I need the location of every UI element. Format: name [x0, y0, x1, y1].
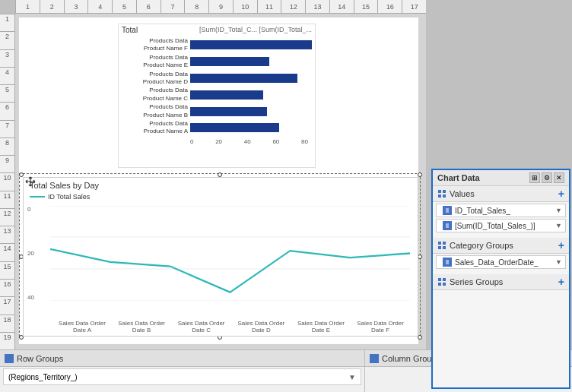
values-field-1-icon: [443, 206, 452, 215]
line-chart[interactable]: Total Sales by Day ID Total Sales 40 20 …: [23, 177, 418, 337]
svg-rect-4: [438, 190, 441, 193]
ruler-left-mark-12: 12: [0, 208, 14, 226]
legend-label: ID Total Sales: [48, 193, 90, 201]
row-groups-label: Row Groups: [17, 354, 63, 363]
x-label-c: Sales Data Order Date C: [171, 320, 231, 334]
report-area[interactable]: Total [Sum(ID_Total_C... [Sum(ID_Total_.…: [19, 17, 418, 344]
ruler-left-mark-1: 1: [0, 14, 14, 31]
close-icon[interactable]: ✕: [554, 172, 564, 183]
values-field-1-dropdown[interactable]: ▼: [555, 207, 562, 214]
values-section-header: Values +: [433, 186, 569, 202]
svg-rect-30: [370, 355, 378, 358]
bar-row-e: Products Data Product Name E: [122, 54, 312, 70]
ruler-mark-2: 2: [40, 0, 64, 14]
bar-fill-d: [190, 74, 297, 83]
ruler-top-inner: 1 2 3 4 5 6 7 8 9 10 11 12 13 14 15 16 1…: [15, 0, 426, 14]
ruler-left-mark-6: 6: [0, 102, 14, 119]
bar-label-d: Products Data Product Name D: [122, 71, 190, 87]
ruler-mark-11: 11: [257, 0, 281, 14]
ruler-left-mark-18: 18: [0, 315, 14, 332]
ruler-left-mark-15: 15: [0, 261, 14, 279]
move-cursor[interactable]: [24, 175, 37, 188]
svg-rect-31: [370, 359, 378, 362]
bar-chart-title-left: Total: [122, 26, 138, 34]
line-chart-svg: [50, 206, 410, 301]
panel-title: Chart Data: [437, 173, 480, 182]
legend-line-color: [30, 196, 45, 198]
bar-label-c: Products Data Product Name C: [122, 87, 190, 103]
category-groups-field-1-text: Sales_Data_OrderDate_: [455, 258, 555, 267]
series-groups-add-button[interactable]: +: [558, 277, 564, 287]
values-field-2-dropdown[interactable]: ▼: [555, 222, 562, 229]
svg-rect-18: [438, 246, 441, 249]
x-axis-labels: Sales Data Order Date A Sales Data Order…: [24, 320, 418, 334]
svg-rect-7: [443, 194, 446, 198]
ruler-mark-4: 4: [87, 0, 112, 14]
ruler-mark-3: 3: [64, 0, 88, 14]
bar-fill-b: [190, 107, 267, 116]
x-label-a: Sales Data Order Date A: [52, 320, 112, 334]
grid-icon[interactable]: ⊞: [529, 172, 540, 183]
ruler-mark-9: 9: [208, 0, 233, 14]
bar-row-b: Products Data Product Name B: [122, 103, 312, 119]
values-field-1-text: ID_Total_Sales_: [455, 207, 555, 215]
x-label-e: Sales Data Order Date E: [291, 320, 351, 334]
bar-container-d: [190, 72, 312, 84]
x-label-b: Sales Data Order Date B: [112, 320, 171, 334]
category-groups-section-header: Category Groups +: [433, 238, 569, 254]
svg-rect-25: [443, 278, 446, 281]
bar-container-e: [190, 55, 312, 68]
ruler-left-mark-5: 5: [0, 84, 14, 102]
bar-row-a: Products Data Product Name A: [122, 120, 312, 136]
bar-row-c: Products Data Product Name C: [122, 87, 312, 103]
row-groups-label-bar: Row Groups: [0, 350, 364, 367]
ruler-left-mark-13: 13: [0, 226, 14, 243]
ruler-left-mark-2: 2: [0, 31, 14, 49]
row-groups-field-dropdown[interactable]: ▼: [348, 373, 356, 381]
svg-rect-29: [10, 355, 13, 362]
ruler-left-mark-3: 3: [0, 49, 14, 67]
ruler-left-mark-10: 10: [0, 172, 14, 190]
ruler-left: 1 2 3 4 5 6 7 8 9 10 11 12 13 14 15 16 1…: [0, 14, 15, 349]
bar-label-f: Products Data Product Name F: [122, 37, 190, 53]
series-groups-section-header: Series Groups +: [433, 274, 569, 290]
ruler-mark-8: 8: [184, 0, 208, 14]
category-groups-field-1[interactable]: Sales_Data_OrderDate_ ▼: [436, 255, 566, 269]
svg-rect-19: [443, 246, 446, 249]
column-groups-icon: [370, 354, 379, 363]
settings-icon[interactable]: ⚙: [542, 172, 552, 183]
values-field-1[interactable]: ID_Total_Sales_ ▼: [436, 204, 566, 217]
values-add-button[interactable]: +: [558, 188, 564, 199]
series-groups-section-title: Series Groups: [450, 277, 558, 286]
bar-chart[interactable]: Total [Sum(ID_Total_C... [Sum(ID_Total_.…: [118, 24, 316, 168]
category-groups-field-1-dropdown[interactable]: ▼: [555, 258, 562, 266]
design-surface: Total [Sum(ID_Total_C... [Sum(ID_Total_.…: [15, 14, 426, 349]
row-groups-icon: [5, 354, 14, 363]
line-chart-title: Total Sales by Day: [24, 178, 418, 191]
svg-rect-5: [443, 190, 446, 193]
bar-fill-f: [190, 40, 312, 49]
ruler-mark-7: 7: [160, 0, 185, 14]
line-legend: ID Total Sales: [24, 191, 418, 202]
bar-fill-c: [190, 90, 263, 100]
ruler-mark-5: 5: [112, 0, 136, 14]
row-groups-field[interactable]: (Regions_Territory_) ▼: [3, 368, 361, 385]
series-groups-icon: [437, 277, 446, 286]
bar-chart-title-right: [Sum(ID_Total_C... [Sum(ID_Total_...: [199, 26, 312, 34]
ruler-left-mark-19: 19: [0, 332, 14, 349]
ruler-mark-12: 12: [281, 0, 305, 14]
category-groups-add-button[interactable]: +: [558, 240, 564, 251]
bar-label-e: Products Data Product Name E: [122, 54, 190, 70]
ruler-left-mark-16: 16: [0, 279, 14, 296]
category-groups-icon: [437, 241, 446, 250]
ruler-left-mark-9: 9: [0, 155, 14, 172]
ruler-left-mark-7: 7: [0, 120, 14, 138]
bar-chart-header: Total [Sum(ID_Total_C... [Sum(ID_Total_.…: [119, 24, 315, 36]
row-groups-panel: Row Groups (Regions_Territory_) ▼: [0, 350, 365, 392]
bar-label-a: Products Data Product Name A: [122, 120, 190, 136]
svg-rect-28: [5, 355, 8, 362]
svg-rect-27: [443, 283, 446, 286]
chart-data-panel: Chart Data ⊞ ⚙ ✕ Values + ID_Total_Sales…: [431, 169, 570, 389]
bar-container-b: [190, 106, 312, 118]
values-field-2[interactable]: [Sum(ID_Total_Sales_)] ▼: [436, 219, 566, 232]
